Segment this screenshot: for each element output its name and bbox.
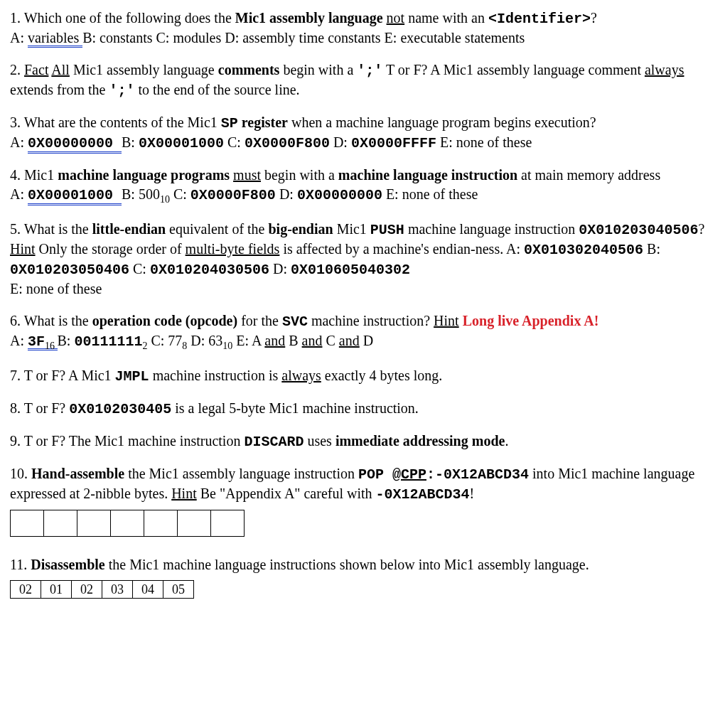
q3-e: E: none of these — [436, 134, 532, 150]
q4-dv: 0X00000000 — [297, 187, 382, 203]
q5-code1: 0X010203040506 — [579, 222, 698, 238]
q6-e4: D — [360, 333, 373, 348]
q4-must: must — [233, 167, 261, 183]
q5-cv: 0X010204030506 — [150, 262, 269, 278]
q11-t3: the Mic1 machine language instructions s… — [105, 557, 589, 572]
q4-cv: 0X0000F800 — [190, 187, 276, 203]
question-6: 6. What is the operation code (opcode) f… — [10, 311, 715, 353]
q3-sp: SP — [221, 115, 238, 132]
question-2: 2. Fact All Mic1 assembly language comme… — [10, 60, 715, 100]
q3-bv: 0X00001000 — [139, 135, 224, 151]
q4-c: C: — [170, 186, 190, 202]
q6-and1: and — [264, 333, 285, 348]
q9-t3: . — [505, 433, 508, 449]
q11-instruction-boxes: 02 01 02 03 04 05 — [10, 580, 715, 599]
answer-box[interactable] — [10, 510, 44, 537]
q6-a: A: — [10, 333, 28, 348]
q10-at: @ — [392, 466, 401, 483]
q8-code: 0X0102030405 — [69, 401, 171, 417]
q2-t6: T or F? A Mic1 assembly language comment — [382, 62, 645, 77]
question-10: 10. Hand-assemble the Mic1 assembly lang… — [10, 464, 715, 537]
q2-t7: extends from the — [10, 82, 109, 97]
answer-box[interactable] — [144, 510, 178, 537]
q3-a-ans: 0X00000000 — [28, 135, 122, 154]
q4-a: A: — [10, 186, 28, 202]
q7-num: 7. — [10, 368, 21, 383]
q4-a-ans: 0X00001000 — [28, 187, 122, 205]
q4-mlp: machine language programs — [58, 167, 230, 183]
q2-t3: Mic1 assembly language — [70, 62, 218, 77]
q5-push: PUSH — [370, 222, 404, 238]
byte-box: 03 — [102, 580, 133, 599]
q1-bold: Mic1 assembly language — [235, 10, 383, 26]
q3-cv: 0X0000F800 — [245, 135, 330, 151]
q8-t1: T or F? — [21, 400, 69, 416]
q11-num: 11. — [10, 557, 27, 572]
q3-dv: 0X0000FFFF — [351, 135, 436, 151]
q2-comments: comments — [218, 62, 280, 77]
q2-semi1: ';' — [357, 63, 382, 79]
q1-identifier: <Identifier> — [488, 11, 591, 27]
q9-discard: DISCARD — [244, 434, 304, 450]
q5-num: 5. — [10, 221, 21, 237]
q2-t8: to the end of the source line. — [134, 82, 299, 97]
q10-num: 10. — [10, 466, 28, 481]
q10-t5: Be "Appendix A" careful with — [197, 486, 376, 501]
q6-b: B: — [58, 333, 75, 348]
q5-multi: multi-byte fields — [186, 241, 280, 257]
q10-pop: POP — [358, 466, 392, 483]
q5-t9: is affected by a machine's endian-ness. … — [279, 241, 524, 257]
q6-t4: machine instruction? — [308, 313, 434, 328]
q5-d: D: — [269, 261, 291, 277]
q4-t1: Mic1 — [21, 167, 58, 183]
q6-e3: C — [322, 333, 338, 348]
question-7: 7. T or F? A Mic1 JMPL machine instructi… — [10, 366, 715, 386]
question-9: 9. T or F? The Mic1 machine instruction … — [10, 432, 715, 451]
q2-semi2: ';' — [109, 82, 134, 99]
q4-bsub: 10 — [160, 194, 170, 205]
q2-num: 2. — [10, 62, 21, 77]
answer-box[interactable] — [177, 510, 211, 537]
byte-box: 02 — [10, 580, 41, 599]
q3-a: A: — [10, 134, 28, 150]
q5-t8: Only the storage order of — [36, 241, 186, 257]
question-11: 11. Disassemble the Mic1 machine languag… — [10, 555, 715, 599]
q5-t1: What is the — [21, 221, 92, 237]
q5-c: C: — [129, 261, 150, 277]
q5-t5: Mic1 — [333, 221, 370, 237]
question-3: 3. What are the contents of the Mic1 SP … — [10, 113, 715, 153]
answer-box[interactable] — [77, 510, 111, 537]
q3-num: 3. — [10, 114, 21, 130]
q2-fact: Fact — [24, 62, 48, 77]
q6-c: C: 77 — [147, 333, 182, 348]
q5-bv: 0X010203050406 — [10, 262, 129, 278]
q1-qm: ? — [591, 10, 597, 26]
q1-text: Which one of the following does the — [21, 10, 235, 26]
q6-and2: and — [302, 333, 323, 348]
q6-hint: Hint — [434, 313, 459, 328]
q1-not: not — [387, 10, 405, 26]
q6-t1: What is the — [21, 313, 92, 328]
q4-d: D: — [276, 186, 297, 202]
q6-e: E: A — [232, 333, 264, 348]
q10-neg: -0X12ABCD34 — [376, 486, 470, 503]
answer-box[interactable] — [110, 510, 144, 537]
q7-t2: machine instruction is — [149, 368, 282, 383]
q6-asub: 16 — [45, 341, 58, 351]
q5-b: B: — [643, 241, 660, 257]
q9-t1: T or F? The Mic1 machine instruction — [21, 433, 244, 449]
q1-rest: B: constants C: modules D: assembly time… — [82, 30, 525, 46]
q6-dsub: 10 — [222, 341, 232, 351]
q10-answer-boxes — [10, 510, 715, 537]
question-5: 5. What is the little-endian equivalent … — [10, 220, 715, 299]
q3-d: D: — [330, 134, 351, 150]
q5-dv: 0X010605040302 — [291, 262, 410, 278]
q3-reg: register — [238, 114, 288, 130]
q1-a-answer: variables — [28, 30, 82, 48]
answer-box[interactable] — [210, 510, 245, 537]
q7-t1: T or F? A Mic1 — [21, 368, 115, 383]
q7-jmpl: JMPL — [115, 368, 149, 385]
answer-box[interactable] — [43, 510, 77, 537]
q5-le: little-endian — [92, 221, 166, 237]
q3-t1: What are the contents of the Mic1 — [21, 114, 221, 130]
